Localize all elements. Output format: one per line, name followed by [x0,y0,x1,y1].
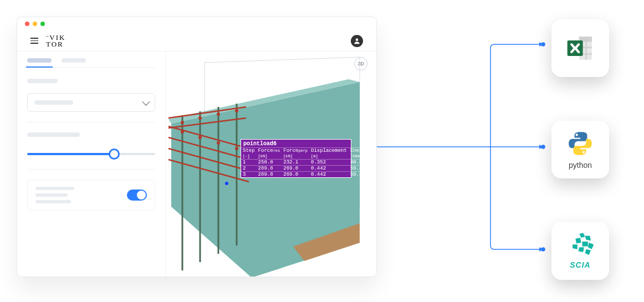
integration-label: SCIA [570,260,590,269]
card-line-placeholder [35,193,68,197]
svg-point-28 [217,112,220,116]
sidebar-tab-1[interactable] [27,58,52,63]
table-row: 3 289.8 269.0 0.442 59.4 [241,172,370,178]
svg-marker-42 [585,236,591,241]
svg-point-27 [198,116,202,120]
menu-button[interactable] [30,38,38,44]
svg-point-39 [576,134,578,136]
python-icon [566,130,594,157]
divider [27,169,155,170]
divider [27,122,155,122]
svg-point-29 [235,109,238,112]
chevron-down-icon [142,98,150,106]
svg-marker-46 [573,244,577,249]
svg-marker-45 [588,243,594,249]
integrations-rail: python SCIA [544,19,616,280]
svg-point-23 [198,136,202,139]
tooltip-title: pointload6 [241,141,351,147]
integration-python[interactable]: python [551,121,609,178]
svg-marker-43 [575,238,581,243]
svg-point-26 [181,121,184,124]
user-icon [353,37,361,45]
connector-lines [377,17,560,277]
sidebar [17,52,166,277]
excel-icon [565,33,596,64]
dropdown-placeholder [34,100,73,105]
window-titlebar [17,17,376,30]
svg-point-24 [217,141,220,145]
integration-scia[interactable]: SCIA [551,222,609,280]
integration-label: python [569,161,592,170]
viewport-3d[interactable]: 3D [166,52,376,277]
dropdown-field[interactable] [27,93,155,112]
table-row: 1 250.0 232.1 0.352 40.8 [241,160,370,166]
svg-rect-35 [585,37,586,60]
svg-point-30 [225,182,228,185]
svg-marker-41 [579,233,585,238]
svg-marker-7 [539,247,543,252]
slider-label-placeholder [27,132,80,137]
card-line-placeholder [35,187,74,190]
sidebar-tab-2[interactable] [62,58,86,63]
svg-marker-47 [579,247,584,252]
account-button[interactable] [351,35,363,47]
settings-card [27,180,155,211]
tooltip-table: Step[-] Forceres[kN] Forceperp[kN] Displ… [241,147,370,177]
svg-point-22 [181,130,184,134]
data-tooltip: pointload6 Step[-] Forceres[kN] Forceper… [241,139,351,178]
sidebar-tabs [27,58,155,68]
card-line-placeholder [35,200,71,203]
svg-marker-5 [539,42,543,47]
svg-point-8 [356,38,359,41]
maximize-window-button[interactable] [40,22,45,26]
app-header: VIK TOR [17,30,376,52]
svg-marker-48 [585,249,591,255]
toggle-switch[interactable] [127,190,147,201]
svg-point-40 [582,151,585,153]
slider-input[interactable] [27,149,155,159]
integration-excel[interactable] [551,19,609,77]
field-label-placeholder [27,79,58,83]
svg-marker-44 [582,242,587,247]
app-window: VIK TOR [17,17,377,277]
slider-thumb[interactable] [109,149,120,160]
svg-point-25 [235,147,238,150]
brand-logo: VIK TOR [46,34,65,47]
minimize-window-button[interactable] [33,22,37,26]
close-window-button[interactable] [25,22,29,26]
table-row: 2 289.8 269.0 0.442 59.4 [241,166,370,172]
scia-icon [566,233,595,257]
svg-marker-6 [539,145,543,149]
